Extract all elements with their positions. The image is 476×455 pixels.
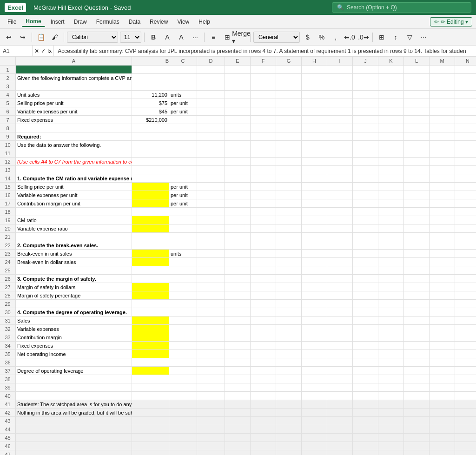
- cell-N25[interactable]: [455, 266, 476, 274]
- cell-E23[interactable]: [225, 250, 251, 257]
- cell-K29[interactable]: [378, 300, 404, 308]
- cell-E9[interactable]: [225, 132, 251, 140]
- cell-C17[interactable]: per unit: [169, 199, 197, 207]
- cell-K46[interactable]: [378, 442, 404, 450]
- cell-N4[interactable]: [455, 91, 476, 99]
- filter-button[interactable]: ▽: [403, 31, 416, 43]
- cell-I26[interactable]: [327, 275, 353, 283]
- cell-K34[interactable]: [378, 342, 404, 349]
- cell-C39[interactable]: [169, 383, 197, 391]
- cell-M12[interactable]: [430, 158, 455, 165]
- cell-H42[interactable]: [302, 409, 327, 416]
- cell-B30[interactable]: [132, 308, 169, 316]
- cell-K41[interactable]: [378, 400, 404, 408]
- cell-E2[interactable]: [225, 74, 251, 82]
- cell-M45[interactable]: [430, 434, 455, 442]
- cell-D21[interactable]: [197, 233, 225, 241]
- cell-A5[interactable]: Selling price per unit: [16, 99, 132, 107]
- cell-D44[interactable]: [197, 425, 225, 433]
- cell-A37[interactable]: Degree of operating leverage: [16, 367, 132, 375]
- cell-E43[interactable]: [225, 417, 251, 425]
- redo-button[interactable]: ↪: [17, 31, 29, 43]
- col-header-d[interactable]: D: [197, 57, 225, 65]
- cell-K7[interactable]: [378, 116, 404, 124]
- cell-L27[interactable]: [404, 283, 430, 291]
- cell-I8[interactable]: [327, 124, 353, 132]
- cell-G32[interactable]: [276, 325, 302, 333]
- cell-H30[interactable]: [302, 308, 327, 316]
- cell-F5[interactable]: [251, 99, 276, 107]
- cell-G25[interactable]: [276, 266, 302, 274]
- cell-F26[interactable]: [251, 275, 276, 283]
- cell-L40[interactable]: [404, 392, 430, 400]
- number-format-selector[interactable]: General: [253, 32, 300, 43]
- cell-I19[interactable]: [327, 216, 353, 224]
- cell-I14[interactable]: [327, 174, 353, 182]
- cell-F16[interactable]: [251, 191, 276, 199]
- cell-I30[interactable]: [327, 308, 353, 316]
- cell-B9[interactable]: [132, 132, 169, 140]
- cell-D4[interactable]: [197, 91, 225, 99]
- cell-D2[interactable]: [197, 74, 225, 82]
- cell-L14[interactable]: [404, 174, 430, 182]
- cell-B12[interactable]: [132, 158, 169, 165]
- cell-K26[interactable]: [378, 275, 404, 283]
- cell-B43[interactable]: [132, 417, 169, 425]
- cell-C44[interactable]: [169, 425, 197, 433]
- cell-G30[interactable]: [276, 308, 302, 316]
- cell-N16[interactable]: [455, 191, 476, 199]
- cell-D30[interactable]: [197, 308, 225, 316]
- cell-K5[interactable]: [378, 99, 404, 107]
- cell-A14[interactable]: 1. Compute the CM ratio and variable exp…: [16, 174, 132, 182]
- cell-C1[interactable]: [169, 66, 197, 73]
- cell-M42[interactable]: [430, 409, 455, 416]
- cell-I16[interactable]: [327, 191, 353, 199]
- cell-M25[interactable]: [430, 266, 455, 274]
- cell-G24[interactable]: [276, 258, 302, 266]
- cell-G23[interactable]: [276, 250, 302, 257]
- cell-F29[interactable]: [251, 300, 276, 308]
- cell-C35[interactable]: [169, 350, 197, 358]
- cell-G2[interactable]: [276, 74, 302, 82]
- cell-A24[interactable]: Break-even in dollar sales: [16, 258, 132, 266]
- cell-I44[interactable]: [327, 425, 353, 433]
- cell-L5[interactable]: [404, 99, 430, 107]
- cell-I13[interactable]: [327, 166, 353, 174]
- cell-F19[interactable]: [251, 216, 276, 224]
- font-selector[interactable]: Calibri: [67, 32, 118, 43]
- cell-B33[interactable]: [132, 333, 169, 341]
- cell-D41[interactable]: [197, 400, 225, 408]
- cell-H10[interactable]: [302, 141, 327, 149]
- cell-K24[interactable]: [378, 258, 404, 266]
- cell-M7[interactable]: [430, 116, 455, 124]
- cell-M38[interactable]: [430, 375, 455, 383]
- cell-H43[interactable]: [302, 417, 327, 425]
- cell-A25[interactable]: [16, 266, 132, 274]
- cell-H23[interactable]: [302, 250, 327, 257]
- cell-F14[interactable]: [251, 174, 276, 182]
- cell-F12[interactable]: [251, 158, 276, 165]
- cell-A17[interactable]: Contribution margin per unit: [16, 199, 132, 207]
- cell-H2[interactable]: [302, 74, 327, 82]
- col-header-g[interactable]: G: [276, 57, 302, 65]
- cell-E22[interactable]: [225, 241, 251, 249]
- cell-C20[interactable]: [169, 224, 197, 232]
- cell-D9[interactable]: [197, 132, 225, 140]
- cell-A4[interactable]: Unit sales: [16, 91, 132, 99]
- cell-I41[interactable]: [327, 400, 353, 408]
- cell-J35[interactable]: [353, 350, 378, 358]
- cell-D29[interactable]: [197, 300, 225, 308]
- cell-H11[interactable]: [302, 149, 327, 157]
- menu-draw[interactable]: Draw: [70, 17, 91, 26]
- cell-G47[interactable]: [276, 450, 302, 455]
- cell-G39[interactable]: [276, 383, 302, 391]
- cell-G42[interactable]: [276, 409, 302, 416]
- cell-H14[interactable]: [302, 174, 327, 182]
- cell-K3[interactable]: [378, 82, 404, 90]
- cell-A32[interactable]: Variable expenses: [16, 325, 132, 333]
- cell-J18[interactable]: [353, 208, 378, 216]
- cell-J14[interactable]: [353, 174, 378, 182]
- cell-M37[interactable]: [430, 367, 455, 375]
- cell-K25[interactable]: [378, 266, 404, 274]
- cell-B37[interactable]: [132, 367, 169, 375]
